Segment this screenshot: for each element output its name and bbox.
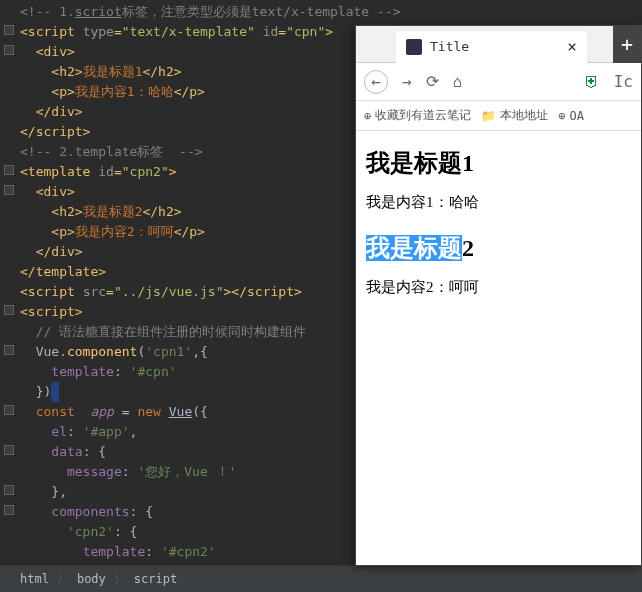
code-line: }) bbox=[20, 382, 355, 402]
fold-marker[interactable] bbox=[4, 165, 14, 175]
code-line: </script> bbox=[20, 122, 355, 142]
browser-window: Title × + ← → ⟳ ⌂ ⛨ Ic ⊕收藏到有道云笔记 📁本地地址 ⊕… bbox=[355, 25, 642, 566]
code-line: </div> bbox=[20, 102, 355, 122]
code-line: <p>我是内容1：哈哈</p> bbox=[20, 82, 355, 102]
breadcrumb-item[interactable]: body bbox=[77, 572, 106, 586]
back-button[interactable]: ← bbox=[364, 70, 388, 94]
code-line: components: { bbox=[20, 502, 355, 522]
code-line: <script> bbox=[20, 302, 355, 322]
fold-marker[interactable] bbox=[4, 45, 14, 55]
folder-icon: 📁 bbox=[481, 109, 496, 123]
code-line: Vue.component('cpn1',{ bbox=[20, 342, 355, 362]
tab-title: Title bbox=[430, 39, 469, 54]
code-line: 'cpn2': { bbox=[20, 522, 355, 542]
code-line: <template id="cpn2"> bbox=[20, 162, 355, 182]
code-line: template: '#cpn' bbox=[20, 362, 355, 382]
browser-tab[interactable]: Title × bbox=[396, 31, 587, 63]
fold-gutter bbox=[0, 0, 18, 560]
globe-icon: ⊕ bbox=[558, 109, 565, 123]
fold-marker[interactable] bbox=[4, 185, 14, 195]
code-line: <div> bbox=[20, 182, 355, 202]
fold-marker[interactable] bbox=[4, 505, 14, 515]
paragraph-1: 我是内容1：哈哈 bbox=[366, 193, 631, 212]
fold-marker[interactable] bbox=[4, 345, 14, 355]
code-line: <p>我是内容2：呵呵</p> bbox=[20, 222, 355, 242]
heading-1: 我是标题1 bbox=[366, 147, 631, 179]
reload-button[interactable]: ⟳ bbox=[426, 72, 439, 91]
code-line: <h2>我是标题1</h2> bbox=[20, 62, 355, 82]
breadcrumb: html 〉 body 〉 script bbox=[0, 565, 642, 592]
shield-icon[interactable]: ⛨ bbox=[584, 72, 600, 91]
chevron-right-icon: 〉 bbox=[114, 571, 126, 588]
fold-marker[interactable] bbox=[4, 305, 14, 315]
code-line: <h2>我是标题2</h2> bbox=[20, 202, 355, 222]
code-line: }, bbox=[20, 482, 355, 502]
browser-titlebar: Title × + bbox=[356, 26, 641, 63]
code-line: data: { bbox=[20, 442, 355, 462]
bookmark-item[interactable]: 📁本地地址 bbox=[481, 107, 548, 124]
bookmark-icon[interactable]: Ic bbox=[614, 72, 633, 91]
code-line: const app = new Vue({ bbox=[20, 402, 355, 422]
close-tab-icon[interactable]: × bbox=[567, 37, 577, 56]
code-line: // 语法糖直接在组件注册的时候同时构建组件 bbox=[20, 322, 355, 342]
breadcrumb-item[interactable]: html bbox=[20, 572, 49, 586]
bookmarks-bar: ⊕收藏到有道云笔记 📁本地地址 ⊕OA bbox=[356, 101, 641, 131]
globe-icon: ⊕ bbox=[364, 109, 371, 123]
heading-2: 我是标题2 bbox=[366, 232, 631, 264]
bookmark-item[interactable]: ⊕收藏到有道云笔记 bbox=[364, 107, 471, 124]
forward-button[interactable]: → bbox=[402, 72, 412, 91]
code-line: <script type="text/x-template" id="cpn"> bbox=[20, 22, 355, 42]
page-content: 我是标题1 我是内容1：哈哈 我是标题2 我是内容2：呵呵 bbox=[356, 131, 641, 333]
code-line: el: '#app', bbox=[20, 422, 355, 442]
code-line: </template> bbox=[20, 262, 355, 282]
paragraph-2: 我是内容2：呵呵 bbox=[366, 278, 631, 297]
code-line: <script src="../js/vue.js"></script> bbox=[20, 282, 355, 302]
code-line: <!-- 1.scriot标签，注意类型必须是text/x-template -… bbox=[20, 2, 355, 22]
fold-marker[interactable] bbox=[4, 485, 14, 495]
new-tab-button[interactable]: + bbox=[613, 26, 641, 63]
code-line: template: '#cpn2' bbox=[20, 542, 355, 562]
home-button[interactable]: ⌂ bbox=[453, 72, 463, 91]
breadcrumb-item[interactable]: script bbox=[134, 572, 177, 586]
code-line: message: '您好，Vue ！' bbox=[20, 462, 355, 482]
favicon-icon bbox=[406, 39, 422, 55]
browser-nav: ← → ⟳ ⌂ ⛨ Ic bbox=[356, 63, 641, 101]
bookmark-item[interactable]: ⊕OA bbox=[558, 109, 584, 123]
fold-marker[interactable] bbox=[4, 25, 14, 35]
code-editor[interactable]: <!-- 1.scriot标签，注意类型必须是text/x-template -… bbox=[0, 0, 355, 560]
code-line: <!-- 2.template标签 --> bbox=[20, 142, 355, 162]
fold-marker[interactable] bbox=[4, 405, 14, 415]
code-line: <div> bbox=[20, 42, 355, 62]
code-line: </div> bbox=[20, 242, 355, 262]
chevron-right-icon: 〉 bbox=[57, 571, 69, 588]
fold-marker[interactable] bbox=[4, 445, 14, 455]
